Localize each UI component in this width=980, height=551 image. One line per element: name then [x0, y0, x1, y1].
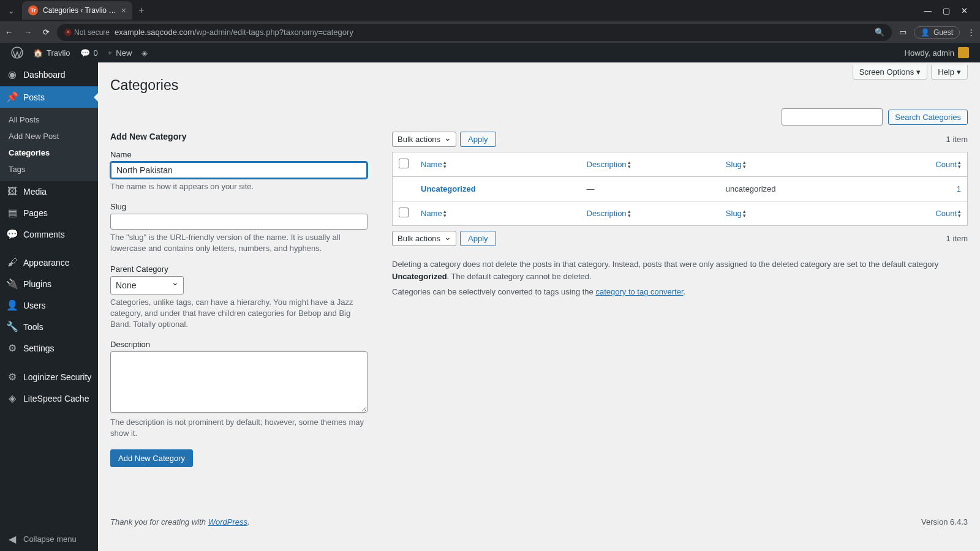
row-name-link[interactable]: Uncategorized [421, 184, 476, 193]
browser-tab[interactable]: Tr Categories ‹ Travlio — WordPre × [22, 1, 132, 20]
new-content[interactable]: + New [103, 43, 137, 62]
help-button[interactable]: Help ▾ [931, 65, 968, 80]
user-icon: 👤 [6, 299, 18, 311]
apply-top-button[interactable]: Apply [460, 132, 496, 147]
litespeed-bar[interactable]: ◈ [137, 43, 153, 62]
pin-icon: 📌 [6, 91, 18, 103]
bulk-actions-bottom[interactable]: Bulk actions [392, 231, 456, 246]
new-tab-button[interactable]: + [136, 5, 146, 16]
col-slug[interactable]: Slug▴▾ [720, 152, 873, 177]
screen-options-button[interactable]: Screen Options ▾ [853, 65, 928, 80]
menu-appearance[interactable]: 🖌Appearance [0, 252, 98, 273]
howdy-account[interactable]: Howdy, admin [900, 43, 974, 62]
not-secure-badge[interactable]: ✕ Not secure [64, 28, 110, 37]
site-link[interactable]: 🏠 Travlio [28, 43, 75, 62]
pages-icon: ▤ [6, 207, 18, 219]
wordpress-icon [11, 47, 23, 59]
categories-table: Name▴▾ Description▴▾ Slug▴▾ Count▴▾ Unca… [392, 152, 968, 226]
submenu-add-post[interactable]: Add New Post [0, 128, 98, 144]
minimize-icon[interactable]: — [924, 6, 932, 15]
panel-icon[interactable]: ▭ [899, 28, 907, 37]
row-count-link[interactable]: 1 [957, 184, 961, 193]
kebab-menu-icon[interactable]: ⋮ [967, 28, 975, 37]
col-count[interactable]: Count▴▾ [873, 152, 968, 177]
sort-icon: ▴▾ [743, 160, 746, 169]
col-description-foot[interactable]: Description▴▾ [581, 201, 720, 226]
sort-icon: ▴▾ [958, 209, 961, 218]
collapse-menu[interactable]: ◀Collapse menu [0, 527, 98, 551]
menu-loginizer[interactable]: ⚙Loginizer Security [0, 366, 98, 388]
wp-logo[interactable] [6, 43, 28, 62]
col-name[interactable]: Name▴▾ [415, 152, 581, 177]
menu-media[interactable]: 🖾Media [0, 181, 98, 202]
zoom-icon[interactable]: 🔍 [875, 28, 884, 37]
menu-comments[interactable]: 💬Comments [0, 223, 98, 245]
converter-link[interactable]: category to tag converter [595, 287, 683, 296]
submenu-all-posts[interactable]: All Posts [0, 111, 98, 128]
sort-icon: ▴▾ [743, 209, 746, 218]
address-bar[interactable]: ✕ Not secure example.saqcode.com/wp-admi… [57, 24, 892, 41]
menu-tools[interactable]: 🔧Tools [0, 316, 98, 337]
url-text: example.saqcode.com/wp-admin/edit-tags.p… [115, 28, 353, 37]
diamond-icon: ◈ [141, 48, 148, 58]
home-icon: 🏠 [33, 48, 43, 58]
parent-select[interactable]: None [110, 276, 184, 294]
slug-input[interactable] [110, 214, 368, 230]
apply-bottom-button[interactable]: Apply [460, 231, 496, 246]
close-window-icon[interactable]: ✕ [961, 6, 968, 15]
maximize-icon[interactable]: ▢ [943, 6, 950, 15]
menu-settings[interactable]: ⚙Settings [0, 337, 98, 359]
delete-note: Deleting a category does not delete the … [392, 258, 968, 298]
favicon-icon: Tr [28, 6, 38, 15]
bulk-actions-top[interactable]: Bulk actions [392, 132, 456, 147]
name-input[interactable] [110, 162, 368, 179]
search-input[interactable] [782, 108, 883, 126]
slug-label: Slug [110, 202, 368, 211]
tabs-dropdown[interactable]: ⌄ [4, 3, 18, 18]
wrench-icon: 🔧 [6, 321, 18, 332]
collapse-icon: ◀ [6, 533, 18, 545]
sort-icon: ▴▾ [443, 160, 447, 169]
col-slug-foot[interactable]: Slug▴▾ [720, 201, 873, 226]
col-description[interactable]: Description▴▾ [581, 152, 720, 177]
menu-plugins[interactable]: 🔌Plugins [0, 273, 98, 294]
col-name-foot[interactable]: Name▴▾ [415, 201, 581, 226]
name-label: Name [110, 150, 368, 159]
guest-profile[interactable]: 👤 Guest [914, 26, 960, 39]
submenu-categories[interactable]: Categories [0, 144, 98, 161]
menu-dashboard[interactable]: ◉Dashboard [0, 62, 98, 86]
description-textarea[interactable] [110, 351, 368, 413]
admin-menu: ◉Dashboard 📌Posts All Posts Add New Post… [0, 62, 98, 551]
name-desc: The name is how it appears on your site. [110, 181, 368, 192]
table-row[interactable]: Uncategorized — uncategorized 1 [393, 177, 968, 201]
wordpress-link[interactable]: WordPress [208, 517, 247, 527]
diamond-icon: ◈ [6, 392, 18, 404]
footer-thanks: Thank you for creating with WordPress. [110, 517, 250, 527]
menu-posts[interactable]: 📌Posts [0, 86, 98, 108]
submenu-tags[interactable]: Tags [0, 161, 98, 178]
sort-icon: ▴▾ [628, 209, 631, 218]
description-desc: The description is not prominent by defa… [110, 417, 368, 439]
add-category-button[interactable]: Add New Category [110, 449, 193, 467]
select-all-bottom[interactable] [399, 208, 409, 217]
forward-icon: → [24, 28, 32, 37]
brush-icon: 🖌 [6, 257, 18, 268]
description-label: Description [110, 340, 368, 349]
person-icon: 👤 [921, 28, 930, 37]
select-all-top[interactable] [399, 159, 409, 168]
sort-icon: ▴▾ [958, 160, 961, 169]
reload-icon[interactable]: ⟳ [43, 28, 50, 37]
gear-icon: ⚙ [6, 371, 18, 383]
footer-version: Version 6.4.3 [921, 517, 968, 527]
search-categories-button[interactable]: Search Categories [888, 110, 968, 125]
tab-title: Categories ‹ Travlio — WordPre [43, 6, 116, 15]
comments-link[interactable]: 💬 0 [75, 43, 103, 62]
menu-pages[interactable]: ▤Pages [0, 202, 98, 223]
col-count-foot[interactable]: Count▴▾ [873, 201, 968, 226]
back-icon[interactable]: ← [5, 28, 13, 37]
menu-litespeed[interactable]: ◈LiteSpeed Cache [0, 388, 98, 409]
sort-icon: ▴▾ [628, 160, 631, 169]
menu-users[interactable]: 👤Users [0, 294, 98, 316]
row-description: — [581, 177, 720, 201]
close-tab-icon[interactable]: × [121, 6, 126, 15]
